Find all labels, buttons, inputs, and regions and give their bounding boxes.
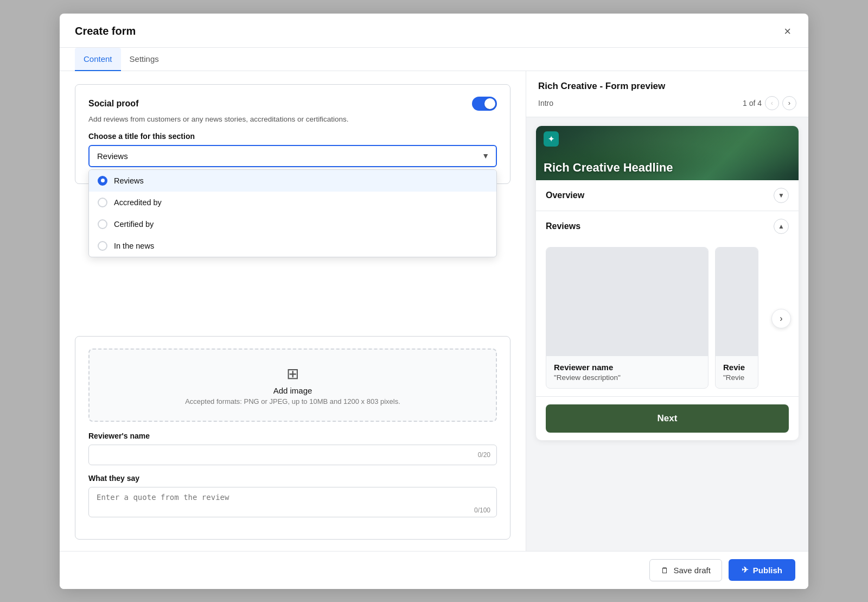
review-card-image-1: [546, 248, 708, 356]
section-description: Add reviews from customers or any news s…: [88, 115, 497, 123]
radio-reviews: [98, 176, 107, 186]
left-panel: Social proof Add reviews from customers …: [60, 71, 526, 551]
save-draft-button[interactable]: 🗒 Save draft: [649, 559, 722, 581]
reviewer-name-group: Reviewer's name 0/20: [88, 432, 497, 465]
modal-container: Create form × Content Settings Social pr…: [60, 14, 808, 589]
add-image-label: Add image: [100, 386, 485, 395]
review-card-image-2: [716, 248, 758, 356]
what-they-say-label: What they say: [88, 474, 497, 483]
reviewer-name-input[interactable]: [88, 445, 497, 465]
review-details-card: ⊞ Add image Accepted formats: PNG or JPE…: [75, 336, 510, 540]
review-description-preview-2: "Revie: [723, 373, 750, 382]
overview-section-header: Overview ▼: [536, 180, 799, 211]
overview-section: Overview ▼: [536, 180, 799, 211]
hero-headline: Rich Creative Headline: [536, 155, 680, 180]
add-image-area[interactable]: ⊞ Add image Accepted formats: PNG or JPE…: [88, 348, 497, 422]
prev-step-button[interactable]: ‹: [765, 96, 779, 110]
preview-nav: Intro 1 of 4 ‹ ›: [538, 96, 796, 110]
hero-image: ✦ Rich Creative Headline: [536, 126, 799, 180]
tab-settings[interactable]: Settings: [121, 48, 168, 71]
radio-news: [98, 241, 107, 251]
reviews-section-header: Reviews ▲: [536, 211, 799, 242]
tab-content[interactable]: Content: [75, 48, 121, 71]
toggle-switch[interactable]: [472, 97, 497, 111]
dropdown-menu: Reviews Accredited by Certified by: [88, 169, 497, 257]
publish-label: Publish: [753, 566, 782, 575]
reviewer-name-preview-1: Reviewer name: [554, 363, 700, 372]
modal-overlay: Create form × Content Settings Social pr…: [0, 0, 868, 602]
save-draft-icon: 🗒: [661, 566, 669, 575]
review-card-1: Reviewer name "Review description": [546, 247, 709, 389]
review-card-body-2: Revie "Revie: [716, 356, 758, 388]
overview-chevron-button[interactable]: ▼: [774, 188, 789, 203]
preview-step-nav: 1 of 4 ‹ ›: [743, 96, 796, 110]
dropdown-item-label-certified: Certified by: [114, 220, 154, 229]
title-dropdown-wrapper: Reviews Accredited by Certified by In th…: [88, 145, 497, 167]
reviews-chevron-button[interactable]: ▲: [774, 219, 789, 234]
dropdown-item-reviews[interactable]: Reviews: [89, 170, 496, 192]
close-button[interactable]: ×: [782, 23, 793, 40]
radio-certified: [98, 219, 107, 229]
what-they-say-input[interactable]: [88, 487, 497, 517]
preview-step-label: Intro: [538, 99, 553, 107]
save-draft-label: Save draft: [673, 566, 710, 575]
review-card-body-1: Reviewer name "Review description": [546, 356, 708, 388]
modal-footer: 🗒 Save draft ✈ Publish: [60, 551, 808, 589]
reviews-carousel: Reviewer name "Review description" Revie…: [536, 242, 799, 396]
dropdown-item-label-reviews: Reviews: [114, 176, 144, 185]
what-they-say-input-row: 0/100: [88, 487, 497, 519]
reviews-section-title: Reviews: [546, 221, 580, 231]
add-image-hint: Accepted formats: PNG or JPEG, up to 10M…: [100, 397, 485, 405]
what-they-say-group: What they say 0/100: [88, 474, 497, 519]
add-image-icon: ⊞: [100, 365, 485, 383]
publish-button[interactable]: ✈ Publish: [729, 559, 795, 581]
dropdown-item-label-accredited: Accredited by: [114, 198, 162, 207]
title-dropdown[interactable]: Reviews Accredited by Certified by In th…: [88, 145, 497, 167]
modal-body: Social proof Add reviews from customers …: [60, 71, 808, 551]
modal-header: Create form ×: [60, 14, 808, 48]
next-step-button[interactable]: ›: [782, 96, 796, 110]
reviewer-name-preview-2: Revie: [723, 363, 750, 372]
preview-header: Rich Creative - Form preview Intro 1 of …: [526, 71, 808, 117]
reviewer-name-label: Reviewer's name: [88, 432, 497, 440]
dropdown-item-accredited[interactable]: Accredited by: [89, 192, 496, 213]
carousel-next-button[interactable]: ›: [771, 309, 791, 328]
preview-content: ✦ Rich Creative Headline Overview ▼: [526, 117, 808, 551]
overview-section-title: Overview: [546, 191, 584, 200]
publish-icon: ✈: [742, 565, 749, 575]
dropdown-item-news[interactable]: In the news: [89, 235, 496, 257]
dropdown-item-certified[interactable]: Certified by: [89, 213, 496, 235]
reviews-section: Reviews ▲ Reviewer name "Review descript…: [536, 211, 799, 397]
right-panel: Rich Creative - Form preview Intro 1 of …: [526, 71, 808, 551]
review-card-2: Revie "Revie: [715, 247, 758, 389]
section-title: Social proof: [88, 99, 138, 109]
review-description-preview-1: "Review description": [554, 373, 700, 382]
radio-accredited: [98, 198, 107, 207]
social-proof-card: Social proof Add reviews from customers …: [75, 84, 510, 184]
tabs-row: Content Settings: [60, 48, 808, 71]
section-header: Social proof: [88, 97, 497, 111]
dropdown-item-label-news: In the news: [114, 242, 154, 250]
dropdown-label: Choose a title for this section: [88, 132, 497, 141]
preview-step-count: 1 of 4: [743, 99, 762, 107]
reviewer-name-input-row: 0/20: [88, 445, 497, 465]
hero-logo: ✦: [544, 131, 559, 147]
preview-title: Rich Creative - Form preview: [538, 81, 796, 92]
preview-card: ✦ Rich Creative Headline Overview ▼: [536, 126, 799, 440]
modal-title: Create form: [75, 25, 136, 37]
next-button-preview[interactable]: Next: [546, 404, 789, 433]
